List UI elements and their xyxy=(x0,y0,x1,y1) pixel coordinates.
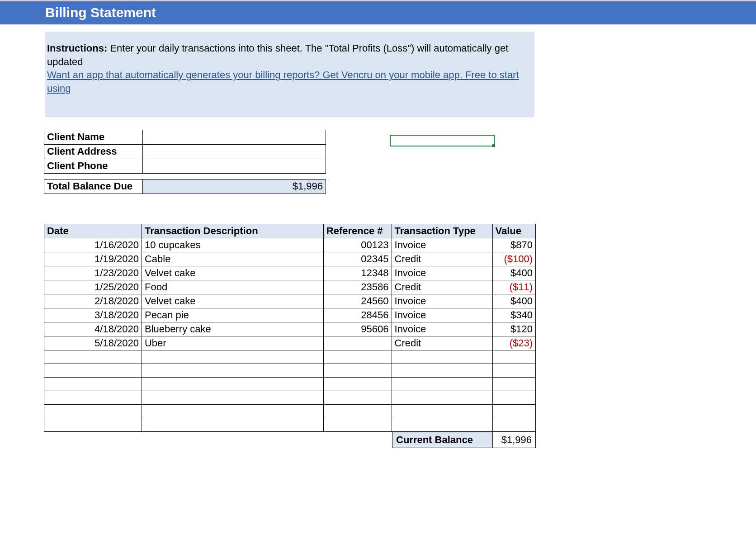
cell-value[interactable]: $400 xyxy=(492,294,535,308)
cell-type[interactable]: Invoice xyxy=(392,322,492,336)
cell-date[interactable]: 3/18/2020 xyxy=(44,308,142,322)
transactions-header-row: Date Transaction Description Reference #… xyxy=(44,224,536,238)
cell-desc[interactable]: 10 cupcakes xyxy=(142,238,323,252)
cell-desc[interactable] xyxy=(142,350,323,364)
cell-value[interactable]: $340 xyxy=(492,308,535,322)
cell-desc[interactable] xyxy=(142,377,323,391)
cell-type[interactable] xyxy=(392,418,492,431)
cell-ref[interactable]: 00123 xyxy=(323,238,392,252)
cell-type[interactable] xyxy=(392,364,492,377)
cell-value[interactable] xyxy=(492,418,535,431)
cell-type[interactable]: Invoice xyxy=(392,308,492,322)
table-row xyxy=(44,364,536,377)
active-cell-indicator[interactable] xyxy=(390,135,495,147)
cell-date[interactable]: 1/25/2020 xyxy=(44,280,142,294)
transactions-table: Date Transaction Description Reference #… xyxy=(44,224,536,432)
cell-date[interactable]: 2/18/2020 xyxy=(44,294,142,308)
cell-type[interactable]: Credit xyxy=(392,336,492,350)
cell-desc[interactable] xyxy=(142,391,323,404)
cell-ref[interactable]: 95606 xyxy=(323,322,392,336)
cell-desc[interactable]: Velvet cake xyxy=(142,266,323,280)
th-value: Value xyxy=(492,224,535,238)
table-row: 4/18/2020Blueberry cake95606Invoice$120 xyxy=(44,322,536,336)
cell-value[interactable] xyxy=(492,404,535,418)
cell-value[interactable] xyxy=(492,377,535,391)
cell-desc[interactable]: Velvet cake xyxy=(142,294,323,308)
cell-ref[interactable]: 24560 xyxy=(323,294,392,308)
table-row: 2/18/2020Velvet cake24560Invoice$400 xyxy=(44,294,536,308)
cell-desc[interactable]: Pecan pie xyxy=(142,308,323,322)
cell-date[interactable] xyxy=(44,391,142,404)
cell-value[interactable] xyxy=(492,350,535,364)
total-balance-row: Total Balance Due $1,996 xyxy=(44,179,326,194)
cell-ref[interactable] xyxy=(323,377,392,391)
current-balance-table: Current Balance $1,996 xyxy=(392,432,536,448)
client-name-value[interactable] xyxy=(143,130,326,144)
cell-desc[interactable] xyxy=(142,364,323,377)
cell-desc[interactable]: Blueberry cake xyxy=(142,322,323,336)
cell-desc[interactable]: Cable xyxy=(142,252,323,266)
cell-type[interactable] xyxy=(392,350,492,364)
instructions-label: Instructions: xyxy=(47,43,107,54)
cell-ref[interactable]: 28456 xyxy=(323,308,392,322)
table-row xyxy=(44,404,536,418)
cell-ref[interactable] xyxy=(323,364,392,377)
cell-ref[interactable]: 23586 xyxy=(323,280,392,294)
cell-value[interactable]: $120 xyxy=(492,322,535,336)
th-ref: Reference # xyxy=(323,224,392,238)
cell-desc[interactable]: Food xyxy=(142,280,323,294)
cell-value[interactable]: ($23) xyxy=(492,336,535,350)
cell-date[interactable] xyxy=(44,418,142,431)
cell-type[interactable]: Invoice xyxy=(392,294,492,308)
total-balance-value: $1,996 xyxy=(143,179,326,194)
cell-desc[interactable] xyxy=(142,418,323,431)
cell-value[interactable] xyxy=(492,364,535,377)
cell-date[interactable]: 5/18/2020 xyxy=(44,336,142,350)
cell-ref[interactable] xyxy=(323,418,392,431)
client-address-value[interactable] xyxy=(143,144,326,159)
current-balance-label: Current Balance xyxy=(392,432,493,448)
cell-date[interactable]: 4/18/2020 xyxy=(44,322,142,336)
client-phone-label: Client Phone xyxy=(44,159,143,173)
cell-ref[interactable] xyxy=(323,350,392,364)
table-row xyxy=(44,350,536,364)
cell-ref[interactable]: 12348 xyxy=(323,266,392,280)
table-row: 3/18/2020Pecan pie28456Invoice$340 xyxy=(44,308,536,322)
cell-date[interactable] xyxy=(44,404,142,418)
promo-link[interactable]: Want an app that automatically generates… xyxy=(47,69,519,94)
client-info-table: Client Name Client Address Client Phone xyxy=(44,130,326,174)
cell-ref[interactable]: 02345 xyxy=(323,252,392,266)
table-row xyxy=(44,418,536,431)
cell-value[interactable]: ($100) xyxy=(492,252,535,266)
cell-type[interactable] xyxy=(392,391,492,404)
cell-value[interactable]: ($11) xyxy=(492,280,535,294)
client-name-label: Client Name xyxy=(44,130,143,144)
cell-date[interactable]: 1/19/2020 xyxy=(44,252,142,266)
cell-value[interactable] xyxy=(492,391,535,404)
cell-date[interactable]: 1/23/2020 xyxy=(44,266,142,280)
table-row: 1/19/2020Cable02345Credit($100) xyxy=(44,252,536,266)
cell-desc[interactable]: Uber xyxy=(142,336,323,350)
total-balance-label: Total Balance Due xyxy=(44,179,143,194)
cell-ref[interactable] xyxy=(323,336,392,350)
th-date: Date xyxy=(44,224,142,238)
cell-ref[interactable] xyxy=(323,391,392,404)
cell-type[interactable]: Invoice xyxy=(392,238,492,252)
client-address-label: Client Address xyxy=(44,144,143,159)
cell-value[interactable]: $400 xyxy=(492,266,535,280)
cell-ref[interactable] xyxy=(323,404,392,418)
cell-type[interactable] xyxy=(392,404,492,418)
client-phone-value[interactable] xyxy=(143,159,326,173)
cell-date[interactable] xyxy=(44,377,142,391)
cell-date[interactable] xyxy=(44,364,142,377)
cell-type[interactable] xyxy=(392,377,492,391)
cell-date[interactable] xyxy=(44,350,142,364)
cell-type[interactable]: Invoice xyxy=(392,266,492,280)
cell-type[interactable]: Credit xyxy=(392,280,492,294)
cell-type[interactable]: Credit xyxy=(392,252,492,266)
table-row xyxy=(44,377,536,391)
cell-desc[interactable] xyxy=(142,404,323,418)
client-name-row: Client Name xyxy=(44,130,326,144)
cell-value[interactable]: $870 xyxy=(492,238,535,252)
cell-date[interactable]: 1/16/2020 xyxy=(44,238,142,252)
